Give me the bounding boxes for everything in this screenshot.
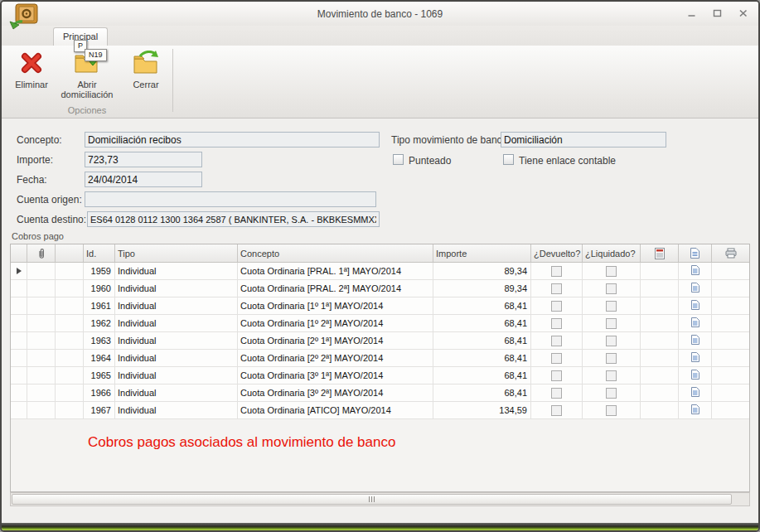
- liquidado-checkbox[interactable]: [606, 301, 617, 312]
- importe-field[interactable]: [85, 152, 202, 167]
- devuelto-checkbox[interactable]: [551, 301, 562, 312]
- table-row[interactable]: 1960 Individual Cuota Ordinaria [PRAL. 2…: [11, 280, 749, 297]
- liquidado-checkbox[interactable]: [606, 336, 617, 346]
- importe-column-header[interactable]: Importe: [433, 244, 531, 262]
- liquidado-checkbox[interactable]: [606, 266, 617, 277]
- cell-indicator: [11, 402, 27, 418]
- devuelto-column-header[interactable]: ¿Devuelto?: [531, 244, 583, 262]
- liquidado-checkbox[interactable]: [606, 353, 617, 364]
- table-row[interactable]: 1964 Individual Cuota Ordinaria [2º 2ª] …: [11, 350, 749, 367]
- liquidado-checkbox[interactable]: [606, 405, 617, 416]
- cell-trailing: [712, 332, 749, 349]
- cell-devuelto: [531, 280, 583, 297]
- cell-indicator: [11, 297, 27, 314]
- document-icon[interactable]: [691, 404, 699, 416]
- document-icon[interactable]: [691, 317, 699, 329]
- cell-concepto: Cuota Ordinaria [3º 1ª] MAYO/2014: [238, 367, 433, 384]
- cell-concepto: Cuota Ordinaria [2º 2ª] MAYO/2014: [238, 350, 433, 366]
- liquidado-checkbox[interactable]: [606, 318, 617, 329]
- cuenta-destino-field[interactable]: [87, 211, 380, 227]
- cerrar-label: Cerrar: [133, 80, 158, 89]
- keytip-abrir-domiciliacion: N19: [85, 49, 107, 61]
- cell-trailing: [712, 297, 749, 314]
- concepto-field[interactable]: [85, 132, 380, 148]
- liquidado-column-header[interactable]: ¿Liquidado?: [583, 244, 641, 262]
- printer-icon: [725, 248, 737, 259]
- cell-id: 1961: [84, 297, 115, 314]
- liquidado-checkbox[interactable]: [606, 370, 617, 381]
- close-folder-icon: [133, 51, 159, 77]
- close-button[interactable]: [737, 8, 748, 18]
- document-icon[interactable]: [691, 300, 699, 312]
- scrollbar-thumb[interactable]: [12, 494, 732, 505]
- attachment-column-header[interactable]: [27, 244, 56, 262]
- app-icon[interactable]: [8, 3, 40, 30]
- cuenta-origen-field[interactable]: [85, 191, 376, 207]
- document-icon[interactable]: [691, 335, 699, 346]
- document-column-header[interactable]: [679, 244, 712, 262]
- tiene-enlace-label: Tiene enlace contable: [519, 155, 616, 167]
- liquidado-checkbox[interactable]: [606, 283, 617, 294]
- blank-column-header[interactable]: [56, 244, 84, 262]
- devuelto-checkbox[interactable]: [551, 370, 562, 381]
- tipo-movimiento-field[interactable]: [501, 132, 666, 148]
- table-row[interactable]: 1967 Individual Cuota Ordinaria [ATICO] …: [11, 402, 749, 419]
- cell-trailing: [712, 350, 749, 366]
- punteado-checkbox[interactable]: [393, 154, 404, 165]
- cell-importe: 134,59: [433, 402, 531, 418]
- cell-document: [679, 263, 712, 279]
- minimize-button[interactable]: [685, 8, 697, 18]
- cell-concepto: Cuota Ordinaria [2º 1ª] MAYO/2014: [238, 332, 433, 349]
- cell-report: [641, 350, 679, 366]
- cerrar-button[interactable]: Cerrar: [123, 49, 169, 104]
- horizontal-scrollbar[interactable]: [10, 492, 750, 506]
- document-icon[interactable]: [691, 352, 699, 364]
- ribbon-tabstrip: Principal: [2, 26, 758, 46]
- cell-id: 1966: [84, 384, 115, 401]
- cell-importe: 68,41: [433, 297, 531, 314]
- concepto-label: Concepto:: [17, 134, 62, 146]
- devuelto-checkbox[interactable]: [551, 318, 562, 329]
- cell-attachment: [27, 332, 56, 349]
- devuelto-checkbox[interactable]: [551, 353, 562, 364]
- table-row[interactable]: 1962 Individual Cuota Ordinaria [1º 2ª] …: [11, 315, 749, 332]
- titlebar: Movimiento de banco - 1069: [2, 2, 758, 26]
- cell-concepto: Cuota Ordinaria [3º 2ª] MAYO/2014: [238, 384, 433, 401]
- devuelto-checkbox[interactable]: [551, 405, 562, 416]
- maximize-button[interactable]: [711, 8, 723, 18]
- cell-attachment: [27, 367, 56, 384]
- eliminar-button[interactable]: Eliminar: [8, 49, 55, 104]
- devuelto-checkbox[interactable]: [551, 388, 562, 399]
- table-row[interactable]: 1966 Individual Cuota Ordinaria [3º 2ª] …: [11, 384, 749, 402]
- tiene-enlace-checkbox[interactable]: [503, 154, 514, 165]
- fecha-field[interactable]: [85, 172, 202, 187]
- cell-report: [641, 367, 679, 384]
- tipo-column-header[interactable]: Tipo: [115, 244, 238, 262]
- concepto-column-header[interactable]: Concepto: [238, 244, 433, 262]
- cell-attachment: [27, 384, 56, 401]
- document-icon[interactable]: [691, 387, 699, 399]
- document-icon: [690, 248, 699, 259]
- cell-importe: 68,41: [433, 350, 531, 366]
- cell-concepto: Cuota Ordinaria [PRAL. 1ª] MAYO/2014: [238, 263, 433, 279]
- table-row[interactable]: 1961 Individual Cuota Ordinaria [1º 1ª] …: [11, 297, 749, 315]
- cell-attachment: [27, 350, 56, 366]
- cell-document: [679, 384, 712, 401]
- devuelto-checkbox[interactable]: [551, 283, 562, 294]
- devuelto-checkbox[interactable]: [551, 336, 562, 346]
- document-icon[interactable]: [691, 370, 699, 381]
- document-icon[interactable]: [691, 283, 699, 294]
- liquidado-checkbox[interactable]: [606, 388, 617, 399]
- tipo-movimiento-label: Tipo movimiento de banco:: [391, 134, 511, 146]
- table-row[interactable]: 1963 Individual Cuota Ordinaria [2º 1ª] …: [11, 332, 749, 350]
- cell-blank: [56, 280, 84, 297]
- cuenta-destino-label: Cuenta destino:: [17, 214, 86, 225]
- table-row[interactable]: 1959 Individual Cuota Ordinaria [PRAL. 1…: [11, 263, 749, 280]
- id-column-header[interactable]: Id.: [84, 244, 115, 262]
- report-column-header[interactable]: [641, 244, 679, 262]
- table-row[interactable]: 1965 Individual Cuota Ordinaria [3º 1ª] …: [11, 367, 749, 384]
- printer-column-header[interactable]: [712, 244, 749, 262]
- devuelto-checkbox[interactable]: [551, 266, 562, 277]
- cell-document: [679, 315, 712, 331]
- document-icon[interactable]: [691, 265, 699, 277]
